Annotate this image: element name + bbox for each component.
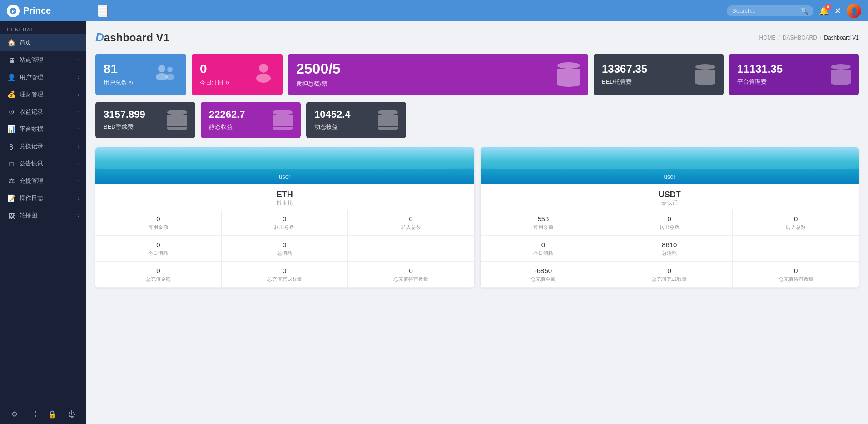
- sidebar-footer: ⚙ ⛶ 🔒 ⏻: [0, 404, 86, 424]
- user-avatar[interactable]: 👤: [847, 4, 861, 18]
- power-button[interactable]: ⏻: [68, 410, 75, 419]
- stat-card-platform-fee: 11131.35 平台管理费: [729, 54, 859, 95]
- usdt-stats-row1: 553 可用余额 0 转出总数 0 转入总数: [481, 210, 859, 236]
- usdt-empty: [733, 236, 859, 262]
- database-icon-static: [273, 110, 293, 130]
- breadcrumb-home[interactable]: HOME: [759, 35, 776, 41]
- svg-point-4: [167, 67, 173, 72]
- settings-button[interactable]: ⚙: [11, 410, 18, 419]
- search-icon[interactable]: 🔍: [800, 7, 808, 15]
- chevron-right-icon7: ›: [78, 161, 79, 166]
- eth-empty: [348, 236, 474, 262]
- eth-symbol: ETH: [95, 190, 474, 200]
- people-icon: [153, 61, 178, 88]
- eth-available: 0 可用余额: [95, 210, 222, 236]
- sidebar-item-site-mgmt[interactable]: 🖥 站点管理 ›: [0, 51, 86, 69]
- usdt-recharge-done: 0 总充值完成数量: [606, 262, 733, 288]
- sidebar-item-carousel[interactable]: 🖼 轮播图 ›: [0, 207, 86, 224]
- eth-name: 以太坊: [95, 200, 474, 207]
- menu-toggle-button[interactable]: ☰: [98, 5, 108, 17]
- eth-transfer-out: 0 转出总数: [222, 210, 348, 236]
- sidebar-label-operation-log: 操作日志: [20, 194, 74, 202]
- eth-recharge-pending: 0 总充值待审数量: [348, 262, 474, 288]
- eth-panel: user ETH 以太坊 0 可用余额 0 转出总数 0: [95, 147, 474, 288]
- stats-row-1: 81 用户总数 ↻ 0: [95, 54, 859, 95]
- home-icon: 🏠: [7, 39, 16, 47]
- search-box: 🔍: [727, 5, 813, 16]
- announcement-icon: □: [7, 160, 16, 168]
- usdt-transfer-out-label: 转出总数: [611, 224, 728, 231]
- sidebar-label-home: 首页: [20, 39, 79, 47]
- notification-badge: 0: [825, 4, 831, 10]
- usdt-transfer-in-label: 转入总数: [737, 224, 854, 231]
- stat-card-dynamic-income: 10452.4 动态收益: [306, 102, 406, 138]
- eth-transfer-out-value: 0: [226, 215, 343, 223]
- sidebar-item-platform-data[interactable]: 📊 平台数据 ›: [0, 120, 86, 138]
- sidebar-item-announcements[interactable]: □ 公告快讯 ›: [0, 155, 86, 172]
- database-icon-dynamic: [378, 110, 398, 130]
- refresh-icon[interactable]: ↻: [129, 80, 133, 86]
- sidebar-item-finance-mgmt[interactable]: 💰 理财管理 ›: [0, 86, 86, 103]
- fullscreen-button[interactable]: ✕: [834, 6, 841, 16]
- usdt-total-consume-value: 8610: [611, 241, 728, 249]
- breadcrumb-dashboard[interactable]: DASHBOARD: [783, 35, 817, 41]
- sidebar-item-income-record[interactable]: ⊙ 收益记录 ›: [0, 103, 86, 120]
- usdt-available-value: 553: [485, 215, 602, 223]
- sidebar-label-exchange-record: 兑换记录: [20, 142, 74, 150]
- bed-custody-label: BED托管费: [602, 78, 647, 86]
- eth-total-recharge-value: 0: [100, 267, 217, 274]
- eth-recharge-pending-label: 总充值待审数量: [352, 276, 470, 283]
- sidebar-item-exchange-record[interactable]: ₿ 兑换记录 ›: [0, 138, 86, 155]
- chevron-right-icon9: ›: [78, 196, 79, 201]
- image-icon: 🖼: [7, 212, 16, 219]
- database-icon-platform: [831, 64, 851, 85]
- sidebar-label-site-mgmt: 站点管理: [20, 56, 74, 64]
- eth-transfer-out-label: 转出总数: [226, 224, 343, 231]
- usdt-transfer-out-value: 0: [611, 215, 728, 223]
- sidebar-item-operation-log[interactable]: 📝 操作日志 ›: [0, 190, 86, 207]
- eth-total-recharge: 0 总充值金额: [95, 262, 222, 288]
- usdt-symbol: USDT: [481, 190, 859, 200]
- sidebar-item-home[interactable]: 🏠 首页: [0, 34, 86, 51]
- eth-recharge-done-value: 0: [226, 267, 343, 274]
- sidebar-label-user-mgmt: 用户管理: [20, 73, 74, 81]
- eth-stats-row3: 0 总充值金额 0 总充值完成数量 0 总充值待审数量: [95, 262, 474, 288]
- stats-row-2: 3157.899 BED手续费 22262.7 静态收益: [95, 102, 859, 138]
- total-users-label: 用户总数 ↻: [104, 79, 133, 87]
- database-icon-bed: [695, 64, 715, 85]
- eth-available-label: 可用余额: [100, 224, 217, 231]
- eth-currency: ETH 以太坊: [95, 184, 474, 210]
- chevron-right-icon2: ›: [78, 75, 79, 80]
- chevron-right-icon4: ›: [78, 110, 79, 115]
- bed-fee-value: 3157.899: [104, 109, 145, 120]
- refresh-icon2[interactable]: ↻: [225, 80, 229, 86]
- stat-card-pledge-total: 2500/5 质押总额/票: [288, 54, 588, 95]
- svg-point-5: [165, 74, 174, 80]
- charts-row: user ETH 以太坊 0 可用余额 0 转出总数 0: [95, 147, 859, 288]
- usdt-total-recharge: -6850 总充值金额: [481, 262, 607, 288]
- chevron-right-icon6: ›: [78, 144, 79, 149]
- usdt-name: 泰达币: [481, 200, 859, 207]
- eth-transfer-in-value: 0: [352, 215, 470, 223]
- sidebar-label-platform-data: 平台数据: [20, 125, 74, 133]
- logo-icon: P: [7, 5, 20, 17]
- sidebar-item-withdraw-mgmt[interactable]: ⚖ 充提管理 ›: [0, 172, 86, 190]
- usdt-panel: user USDT 泰达币 553 可用余额 0 转出总数: [481, 147, 859, 288]
- usdt-today-consume-value: 0: [485, 241, 602, 249]
- usdt-water-image: user: [481, 147, 859, 184]
- svg-point-7: [256, 74, 271, 83]
- lock-button[interactable]: 🔒: [48, 410, 57, 419]
- fullscreen-sidebar-button[interactable]: ⛶: [29, 410, 36, 419]
- database-icon-pledge: [557, 62, 580, 87]
- eth-transfer-in: 0 转入总数: [348, 210, 474, 236]
- static-income-value: 22262.7: [209, 109, 245, 120]
- notifications-button[interactable]: 🔔 0: [819, 6, 829, 16]
- pledge-total-label: 质押总额/票: [296, 80, 341, 88]
- avatar-inner: 👤: [847, 4, 861, 18]
- search-input[interactable]: [732, 7, 800, 14]
- bed-custody-value: 13367.35: [602, 63, 647, 75]
- database-icon-bed-fee: [167, 110, 187, 130]
- platform-fee-label: 平台管理费: [737, 78, 783, 86]
- sidebar-label-announcements: 公告快讯: [20, 160, 74, 168]
- sidebar-item-user-mgmt[interactable]: 👤 用户管理 ›: [0, 69, 86, 86]
